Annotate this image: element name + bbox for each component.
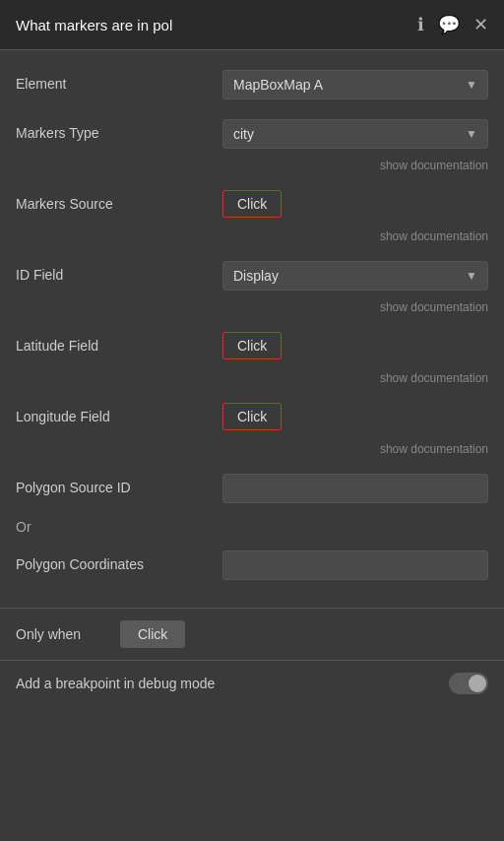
latitude-field-doc-link[interactable]: show documentation <box>380 371 488 385</box>
form-content: Element MapBoxMap A ▼ Markers Type city … <box>0 50 504 600</box>
info-icon[interactable]: ℹ <box>417 14 424 35</box>
polygon-source-id-row: Polygon Source ID <box>0 464 504 513</box>
markers-type-control: city ▼ <box>222 119 488 149</box>
longitude-field-doc-row: show documentation <box>0 436 504 464</box>
id-field-control: Display ▼ <box>222 261 488 291</box>
markers-source-doc-row: show documentation <box>0 224 504 251</box>
markers-type-chevron-icon: ▼ <box>466 127 477 141</box>
only-when-button[interactable]: Click <box>120 620 185 648</box>
markers-source-control: Click <box>222 190 488 218</box>
latitude-field-label: Latitude Field <box>16 332 222 354</box>
chat-icon[interactable]: 💬 <box>438 14 460 35</box>
longitude-field-button[interactable]: Click <box>222 403 282 430</box>
longitude-field-doc-link[interactable]: show documentation <box>380 442 488 456</box>
dialog-title: What markers are in pol <box>16 17 172 33</box>
polygon-source-id-control <box>222 474 488 503</box>
polygon-source-id-input[interactable] <box>222 474 488 503</box>
id-field-select[interactable]: Display ▼ <box>222 261 488 291</box>
latitude-field-doc-row: show documentation <box>0 365 504 393</box>
longitude-field-row: Longitude Field Click <box>0 393 504 436</box>
polygon-coordinates-row: Polygon Coordinates <box>0 541 504 590</box>
markers-source-label: Markers Source <box>16 190 222 212</box>
markers-source-doc-link[interactable]: show documentation <box>380 229 488 243</box>
markers-source-row: Markers Source Click <box>0 180 504 224</box>
markers-type-select[interactable]: city ▼ <box>222 119 488 149</box>
latitude-field-row: Latitude Field Click <box>0 322 504 365</box>
id-field-label: ID Field <box>16 261 222 283</box>
polygon-coordinates-control <box>222 550 488 580</box>
header-icon-group: ℹ 💬 ✕ <box>417 14 488 35</box>
element-value: MapBoxMap A <box>233 77 323 93</box>
longitude-field-label: Longitude Field <box>16 403 222 424</box>
latitude-field-control: Click <box>222 332 488 359</box>
id-field-doc-link[interactable]: show documentation <box>380 300 488 314</box>
dialog-header: What markers are in pol ℹ 💬 ✕ <box>0 0 504 50</box>
markers-type-doc-link[interactable]: show documentation <box>380 159 488 172</box>
only-when-row: Only when Click <box>0 609 504 660</box>
bottom-section: Only when Click Add a breakpoint in debu… <box>0 608 504 706</box>
or-divider: Or <box>0 513 504 541</box>
polygon-source-id-label: Polygon Source ID <box>16 474 222 495</box>
markers-source-button[interactable]: Click <box>222 190 282 218</box>
polygon-coordinates-input[interactable] <box>222 550 488 580</box>
element-chevron-icon: ▼ <box>466 78 477 92</box>
element-row: Element MapBoxMap A ▼ <box>0 60 504 109</box>
element-label: Element <box>16 70 222 92</box>
id-field-value: Display <box>233 268 279 284</box>
id-field-chevron-icon: ▼ <box>466 269 477 283</box>
longitude-field-control: Click <box>222 403 488 430</box>
polygon-coordinates-label: Polygon Coordinates <box>16 550 222 572</box>
debug-row: Add a breakpoint in debug mode <box>0 660 504 706</box>
debug-toggle[interactable] <box>449 673 488 694</box>
markers-type-row: Markers Type city ▼ <box>0 109 504 153</box>
close-icon[interactable]: ✕ <box>473 14 488 35</box>
element-control: MapBoxMap A ▼ <box>222 70 488 99</box>
markers-type-value: city <box>233 126 254 142</box>
id-field-doc-row: show documentation <box>0 294 504 322</box>
or-text: Or <box>16 519 32 535</box>
only-when-label: Only when <box>16 626 104 642</box>
markers-type-label: Markers Type <box>16 119 222 141</box>
element-select[interactable]: MapBoxMap A ▼ <box>222 70 488 99</box>
debug-label: Add a breakpoint in debug mode <box>16 676 215 691</box>
markers-type-doc-row: show documentation <box>0 153 504 180</box>
toggle-knob <box>469 675 486 692</box>
id-field-row: ID Field Display ▼ <box>0 251 504 294</box>
latitude-field-button[interactable]: Click <box>222 332 282 359</box>
